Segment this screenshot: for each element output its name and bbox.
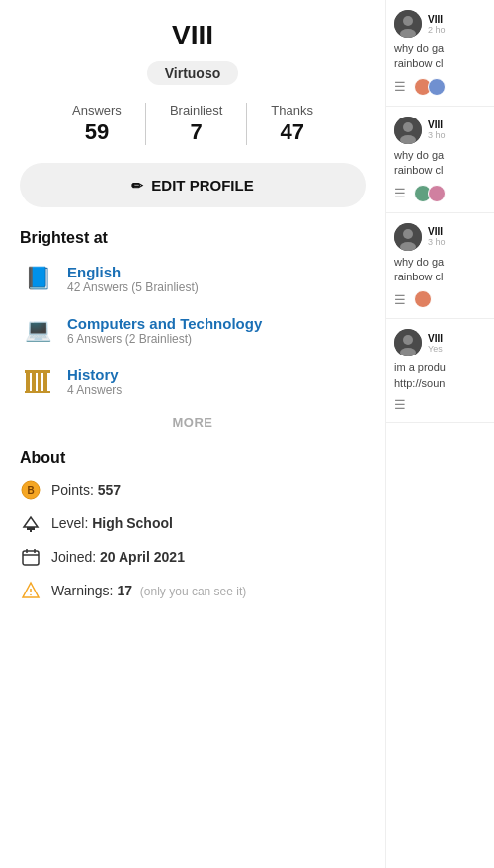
stat-answers: Answers 59 [48,103,146,145]
computers-name: Computers and Technology [67,315,262,332]
thanks-value: 47 [271,119,313,145]
about-points: B Points: 557 [20,479,366,501]
svg-rect-10 [23,551,39,565]
subject-computers: 💻 Computers and Technology 6 Answers (2 … [20,312,366,348]
history-name: History [67,366,122,383]
svg-rect-1 [32,373,36,391]
computers-meta: 6 Answers (2 Brainliest) [67,332,262,346]
feed-username-2: VIII [428,119,446,130]
svg-rect-2 [38,373,41,391]
feed-actions-4: ☰ [394,397,486,412]
feed-card-3: VIII 3 ho why do garainbow cl ☰ [386,213,494,320]
feed-actions-2: ☰ [394,185,486,202]
feed-card-4: VIII Yes im a produhttp://soun ☰ [386,319,494,423]
more-button[interactable]: MORE [20,415,366,430]
computers-icon: 💻 [20,312,55,348]
stat-thanks: Thanks 47 [247,103,337,145]
about-joined: Joined: 20 April 2021 [20,546,366,568]
pencil-icon: ✏ [131,178,143,194]
feed-response-avatars-2 [414,185,446,202]
feed-time-3: 3 ho [428,237,446,247]
feed-username-3: VIII [428,226,446,237]
feed-response-avatars-3 [414,290,432,308]
svg-rect-9 [30,530,32,532]
right-panel: VIII 2 ho why do garainbow cl ☰ [385,0,494,868]
page-wrapper: VIII Virtuoso Answers 59 Brainliest 7 Th… [0,0,494,868]
about-section: About B Points: 557 [20,449,366,601]
feed-avatar-4 [394,329,422,356]
feed-username-1: VIII [428,14,446,25]
feed-text-1: why do garainbow cl [394,41,486,72]
svg-rect-3 [43,373,47,391]
feed-text-3: why do garainbow cl [394,255,486,285]
answers-label: Answers [72,103,122,118]
comment-icon-1: ☰ [394,79,406,94]
warnings-label: Warnings: 17 (only you can see it) [51,583,246,598]
svg-rect-0 [26,373,30,391]
svg-point-20 [403,122,413,132]
about-level: Level: High School [20,513,366,534]
feed-response-avatars-1 [414,78,446,96]
brainliest-label: Brainliest [170,103,222,118]
svg-point-23 [403,229,413,239]
level-label: Level: High School [51,515,173,531]
stat-brainliest: Brainliest 7 [146,103,247,145]
warning-icon [20,580,41,601]
feed-text-4: im a produhttp://soun [394,360,486,391]
level-icon [20,513,41,534]
warnings-note: (only you can see it) [140,585,246,598]
left-panel: VIII Virtuoso Answers 59 Brainliest 7 Th… [0,0,385,868]
feed-actions-3: ☰ [394,290,486,308]
history-icon [20,363,55,399]
thanks-label: Thanks [271,103,313,118]
subject-english: 📘 English 42 Answers (5 Brainliest) [20,261,366,296]
mini-avatar-2b [428,185,446,202]
about-warnings: Warnings: 17 (only you can see it) [20,580,366,601]
feed-actions-1: ☰ [394,78,486,96]
brightest-section: Brightest at 📘 English 42 Answers (5 Bra… [20,229,366,430]
points-icon: B [20,479,41,501]
stats-row: Answers 59 Brainliest 7 Thanks 47 [20,103,366,145]
feed-time-1: 2 ho [428,25,446,35]
feed-card-1: VIII 2 ho why do garainbow cl ☰ [386,0,494,107]
comment-icon-4: ☰ [394,397,406,412]
svg-point-17 [403,16,413,26]
subject-history: History 4 Answers [20,363,366,399]
english-icon: 📘 [20,261,55,296]
points-value: 557 [98,482,121,498]
svg-rect-5 [25,391,50,393]
svg-rect-8 [27,527,35,530]
svg-rect-4 [25,370,50,373]
calendar-icon [20,546,41,568]
brightest-title: Brightest at [20,229,366,247]
joined-label: Joined: 20 April 2021 [51,549,185,565]
feed-time-2: 3 ho [428,130,446,140]
feed-card-2: VIII 3 ho why do garainbow cl ☰ [386,107,494,213]
edit-profile-label: EDIT PROFILE [151,177,253,194]
mini-avatar-1b [428,78,446,96]
feed-username-4: VIII [428,333,443,344]
username: VIII [20,20,366,51]
edit-profile-button[interactable]: ✏ EDIT PROFILE [20,163,366,207]
feed-avatar-1 [394,10,422,38]
subject-list: 📘 English 42 Answers (5 Brainliest) 💻 Co… [20,261,366,399]
comment-icon-3: ☰ [394,292,406,307]
about-title: About [20,449,366,467]
feed-avatar-2 [394,117,422,144]
answers-value: 59 [72,119,122,145]
svg-point-15 [30,594,32,596]
points-label: Points: 557 [51,482,121,498]
level-value: High School [92,515,173,531]
mini-avatar-3a [414,290,432,308]
warnings-value: 17 [117,583,132,598]
badge: Virtuoso [147,61,239,85]
svg-point-26 [403,335,413,345]
history-meta: 4 Answers [67,383,122,397]
joined-value: 20 April 2021 [100,549,185,565]
english-name: English [67,264,199,280]
svg-text:B: B [27,485,34,496]
comment-icon-2: ☰ [394,186,406,200]
brainliest-value: 7 [170,119,222,145]
english-meta: 42 Answers (5 Brainliest) [67,280,199,294]
badge-wrap: Virtuoso [20,61,366,85]
